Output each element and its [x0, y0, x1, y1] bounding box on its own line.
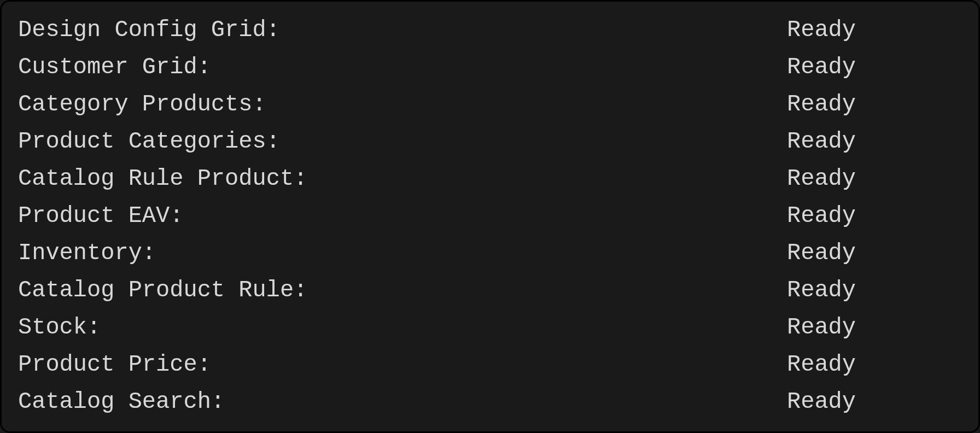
status-row: Catalog Rule Product: Ready — [18, 160, 962, 197]
status-row: Inventory: Ready — [18, 235, 962, 272]
status-row: Design Config Grid: Ready — [18, 11, 962, 49]
indexer-status: Ready — [787, 309, 962, 346]
status-row: Catalog Product Rule: Ready — [18, 272, 962, 309]
indexer-label: Customer Grid: — [18, 49, 211, 86]
status-row: Product EAV: Ready — [18, 197, 962, 235]
indexer-status: Ready — [787, 11, 962, 49]
indexer-label: Design Config Grid: — [18, 11, 280, 49]
status-row: Product Categories: Ready — [18, 123, 962, 160]
indexer-label: Product Price: — [18, 346, 211, 383]
indexer-label: Category Products: — [18, 86, 266, 123]
status-row: Customer Grid: Ready — [18, 49, 962, 86]
indexer-label: Catalog Product Rule: — [18, 272, 307, 309]
indexer-label: Product Categories: — [18, 123, 280, 160]
indexer-label: Inventory: — [18, 235, 156, 272]
indexer-status: Ready — [787, 49, 962, 86]
status-row: Product Price: Ready — [18, 346, 962, 383]
indexer-status: Ready — [787, 197, 962, 235]
status-row: Catalog Search: Ready — [18, 383, 962, 420]
indexer-status: Ready — [787, 123, 962, 160]
status-row: Stock: Ready — [18, 309, 962, 346]
indexer-label: Catalog Search: — [18, 383, 225, 420]
indexer-status: Ready — [787, 272, 962, 309]
indexer-status: Ready — [787, 160, 962, 197]
indexer-status-panel: Design Config Grid: Ready Customer Grid:… — [0, 0, 980, 433]
indexer-label: Stock: — [18, 309, 101, 346]
indexer-status: Ready — [787, 86, 962, 123]
status-row: Category Products: Ready — [18, 86, 962, 123]
indexer-label: Product EAV: — [18, 197, 183, 235]
indexer-label: Catalog Rule Product: — [18, 160, 307, 197]
indexer-status: Ready — [787, 346, 962, 383]
indexer-status: Ready — [787, 235, 962, 272]
indexer-status: Ready — [787, 383, 962, 420]
